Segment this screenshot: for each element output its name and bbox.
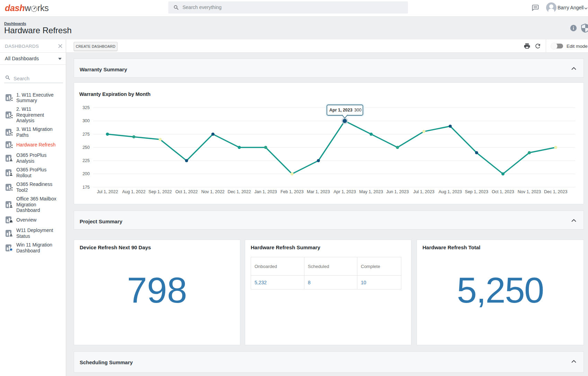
svg-text:Mar 1, 2023: Mar 1, 2023 [307, 189, 330, 194]
svg-text:Jan 1, 2023: Jan 1, 2023 [254, 189, 277, 194]
svg-text:Aug 1, 2023: Aug 1, 2023 [438, 189, 462, 194]
svg-text:May 1, 2023: May 1, 2023 [359, 189, 383, 194]
svg-text:Oct 1, 2023: Oct 1, 2023 [492, 189, 514, 194]
svg-text:Apr 1, 2023: Apr 1, 2023 [329, 108, 353, 113]
svg-text:225: 225 [82, 158, 90, 163]
svg-text:200: 200 [82, 171, 90, 176]
svg-text:Jun 1, 2023: Jun 1, 2023 [386, 189, 409, 194]
svg-text:175: 175 [82, 185, 90, 190]
svg-text:Dec 1, 2023: Dec 1, 2023 [544, 189, 567, 194]
svg-text:Sep 1, 2023: Sep 1, 2023 [465, 189, 488, 194]
svg-text:Apr 1, 2023: Apr 1, 2023 [333, 189, 356, 194]
svg-text:Nov 1, 2023: Nov 1, 2023 [518, 189, 541, 194]
svg-text:Dec 1, 2022: Dec 1, 2022 [228, 189, 251, 194]
svg-text:Jul 1, 2022: Jul 1, 2022 [97, 189, 118, 194]
svg-text:Feb 1, 2023: Feb 1, 2023 [280, 189, 304, 194]
svg-text:325: 325 [82, 105, 90, 110]
svg-text:300: 300 [354, 108, 362, 113]
svg-text:Jul 1, 2023: Jul 1, 2023 [413, 189, 434, 194]
svg-text:250: 250 [82, 145, 90, 150]
svg-text:300: 300 [82, 118, 90, 123]
svg-text:Aug 1, 2022: Aug 1, 2022 [122, 189, 145, 194]
svg-text:Nov 1, 2022: Nov 1, 2022 [201, 189, 224, 194]
svg-text:275: 275 [82, 132, 90, 137]
svg-text:Oct 1, 2022: Oct 1, 2022 [175, 189, 198, 194]
svg-text:Sep 1, 2022: Sep 1, 2022 [149, 189, 172, 194]
